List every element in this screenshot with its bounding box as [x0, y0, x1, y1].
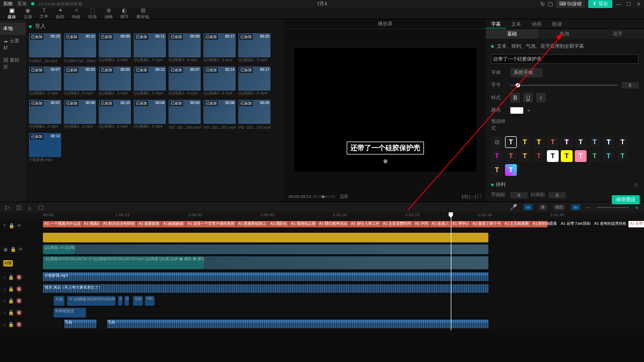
preset-item[interactable]: T — [547, 150, 559, 162]
media-thumbnail[interactable]: 已添加00:03QQ视频2...5.mp4 — [64, 67, 96, 91]
audio-clip[interactable]: QQI — [133, 296, 143, 306]
tab-text[interactable]: T文本 — [40, 7, 48, 19]
audio-clip[interactable]: ⊡ — [118, 296, 122, 306]
preview-chip[interactable]: ◃▹ — [572, 204, 580, 210]
cover-marker[interactable]: 封面 — [3, 260, 13, 267]
rtab-read[interactable]: 朗读 — [547, 19, 567, 28]
eye-icon[interactable]: 👁 — [17, 223, 21, 228]
close-icon[interactable]: ✕ — [636, 1, 641, 7]
subtab-art[interactable]: 花字 — [591, 29, 644, 39]
preset-item[interactable]: T — [603, 136, 614, 148]
delete-tool-icon[interactable]: ▢ — [38, 204, 43, 211]
preset-item[interactable]: T — [533, 150, 545, 162]
timeline-ruler[interactable]: 00:00 1:00:15 1:00:30 1:00:45 1:01:00 1:… — [0, 212, 644, 220]
tab-filter[interactable]: ⊗滤镜 — [104, 7, 113, 20]
preset-item[interactable]: T — [589, 136, 601, 148]
bold-button[interactable]: B — [510, 93, 520, 102]
apply-all-label[interactable]: 文本、排列、气泡、花字应用到全部字幕 — [497, 43, 584, 50]
mic-icon[interactable]: 🎤 — [510, 204, 517, 211]
audio-clip[interactable]: VI QQ视频20220704120155 — [67, 296, 115, 306]
select-tool-icon[interactable]: ▷ — [5, 204, 10, 211]
subtab-bubble[interactable]: 气泡 — [538, 29, 591, 39]
preset-item[interactable]: T — [617, 150, 628, 162]
preset-none[interactable]: ⊘ — [491, 136, 503, 148]
subtitle-on-canvas[interactable]: 还带了一个硅胶保护壳 — [347, 142, 424, 154]
media-thumbnail[interactable]: 已添加00:17QQ视频2...5.mp4 — [238, 67, 270, 91]
size-input[interactable]: 5 — [621, 82, 639, 88]
spacing-input[interactable]: 0 — [510, 192, 528, 198]
subtab-basic[interactable]: 基础 — [486, 29, 538, 39]
resolution-icon[interactable]: [↔] — [469, 194, 475, 199]
playhead[interactable] — [451, 212, 451, 330]
sidebar-item-library[interactable]: ▦ 素材库 — [0, 54, 26, 73]
zoom-out-icon[interactable]: − — [587, 204, 590, 211]
preset-item[interactable]: T — [575, 150, 587, 162]
zoom-fit-chip[interactable]: ◃▹ — [524, 204, 532, 210]
tab-media[interactable]: ▣媒体 — [8, 7, 16, 20]
tab-assets[interactable]: ⊞素材包 — [136, 7, 149, 20]
audio-clip[interactable]: 飞鸟 — [107, 320, 488, 328]
preview-canvas[interactable]: 还带了一个硅胶保护壳 ⊕ — [294, 48, 477, 172]
shortcut-button[interactable]: ⌨ 快捷键 — [556, 0, 586, 8]
media-thumbnail[interactable]: 已添加00:12F130N7232...29A19.png — [64, 33, 96, 57]
tab-audio[interactable]: ◉音频 — [24, 7, 32, 20]
preset-item[interactable]: T — [505, 136, 517, 148]
media-thumbnail[interactable]: 已添加00:04QQ视频2...5.mp4 — [134, 100, 166, 124]
audio-clip[interactable]: ⊡ — [125, 296, 129, 306]
subtitle-text-input[interactable] — [491, 54, 639, 64]
audio-clip[interactable]: 取样就是这 — [54, 308, 86, 317]
media-thumbnail[interactable]: 已添加00:11QQ视频2...5.mp4 — [134, 33, 166, 57]
snap-chip[interactable]: ⊞ — [539, 204, 547, 210]
timeline-clip[interactable] — [204, 256, 488, 269]
fullscreen-icon[interactable]: ⛶ — [477, 194, 481, 199]
export-button[interactable]: ⬆ 导出 — [588, 0, 612, 8]
audio-clip[interactable]: 小鱼影视.mp3 — [43, 272, 488, 281]
timeline-clip[interactable]: QQ视频20220704120236 VI QQ视频20220704120155… — [43, 256, 204, 269]
fit-dropdown[interactable]: 适应 — [340, 194, 348, 199]
preset-item[interactable]: T — [561, 150, 573, 162]
underline-button[interactable]: U — [523, 93, 533, 102]
rtab-subtitle[interactable]: 字幕 — [486, 19, 506, 28]
preset-item[interactable]: T — [533, 136, 545, 148]
timeline-clip[interactable] — [75, 245, 488, 254]
audio-track-icon[interactable]: ♪ — [3, 275, 6, 280]
audio-clip[interactable]: 开始 — [54, 296, 64, 306]
import-button[interactable]: 导入 — [35, 23, 46, 30]
media-thumbnail[interactable]: 已添加00:25QQ视频2...5.mp4 — [238, 33, 270, 57]
media-thumbnail[interactable]: 已添加00:08VID_202...557.mp4 — [203, 100, 236, 124]
preset-item[interactable]: T — [491, 150, 503, 162]
italic-button[interactable]: I — [536, 93, 546, 102]
media-thumbnail[interactable]: 已添加00:12QQ视频2...5.mp4 — [134, 67, 166, 91]
tab-sticker[interactable]: ✦贴纸 — [56, 7, 64, 20]
ratio-icon[interactable]: [⊡] — [462, 194, 468, 199]
maximize-icon[interactable]: ☐ — [626, 1, 631, 7]
save-preset-button[interactable]: 保存预设 — [612, 195, 640, 204]
sidebar-item-cloud[interactable]: ☁ 云素材 — [0, 35, 26, 54]
play-icon[interactable]: ▶ — [322, 194, 325, 199]
timeline[interactable]: 00:00 1:00:15 1:00:30 1:00:45 1:01:00 1:… — [0, 212, 644, 330]
font-dropdown[interactable]: 系统字体 — [510, 68, 543, 77]
preset-item[interactable]: T — [491, 164, 503, 176]
timeline-clip[interactable] — [43, 233, 488, 242]
tab-adjust[interactable]: ◐调节 — [120, 7, 129, 20]
preset-item[interactable]: T — [505, 150, 517, 162]
preset-item[interactable]: T — [617, 136, 628, 148]
media-thumbnail[interactable]: 已添加00:14QQ视频2...5.mp4 — [203, 67, 236, 91]
audio-clip[interactable]: 请注 演员（马上有大事要发生了） — [43, 284, 488, 293]
tab-transition[interactable]: ⬚转场 — [88, 7, 97, 20]
subtitle-clips[interactable]: A1 一个视频为什么这A1 视频2A1 然后还没有障碍A1 最新媒体A1 触摸触… — [43, 221, 547, 227]
rtab-animation[interactable]: 动画 — [526, 19, 547, 28]
media-thumbnail[interactable]: 已添加00:08QQ视频2...5.mp4 — [169, 33, 201, 57]
media-thumbnail[interactable]: 已添加00:05VID_202...739.mp4 — [238, 100, 270, 124]
media-thumbnail[interactable]: 已添加00:07QQ视频2...5.mp4 — [169, 67, 201, 91]
color-picker[interactable] — [510, 107, 523, 114]
preset-item[interactable]: T — [561, 136, 573, 148]
media-thumbnail[interactable]: 已添加00:17QQ视频2...5.mp4 — [203, 33, 236, 57]
preset-item[interactable]: T — [589, 150, 601, 162]
video-track-icon[interactable]: ▣ — [3, 247, 8, 252]
media-thumbnail[interactable]: 已添加00:09QQ视频2...5.mp4 — [64, 100, 96, 124]
media-thumbnail[interactable]: 已添加00:10QQ视频2...5.mp4 — [99, 100, 131, 124]
preset-item[interactable]: T — [547, 136, 559, 148]
zoom-in-icon[interactable]: + — [635, 204, 639, 211]
color-dropdown-icon[interactable]: ▾ — [528, 108, 530, 113]
